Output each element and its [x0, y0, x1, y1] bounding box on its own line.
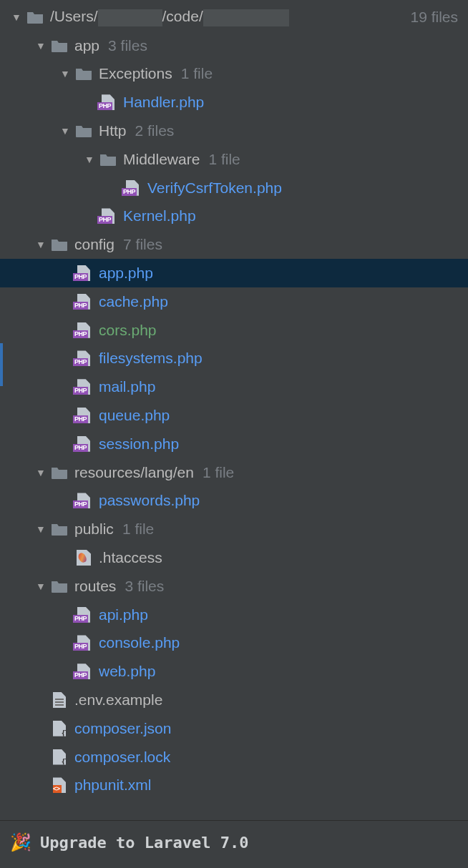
- chevron-down-icon[interactable]: [34, 239, 47, 250]
- file-count: 7 files: [123, 236, 162, 253]
- footer-text: Upgrade to Laravel 7.0: [40, 834, 248, 852]
- file-label: api.php: [99, 606, 148, 623]
- folder-middleware[interactable]: Middleware 1 file: [0, 145, 468, 174]
- file-label: cache.php: [99, 293, 168, 310]
- folder-label: Middleware: [123, 151, 200, 168]
- folder-icon: [74, 123, 93, 139]
- file-count: 1 file: [208, 151, 240, 168]
- json-file-icon: [50, 749, 69, 765]
- footer-banner[interactable]: 🎉 Upgrade to Laravel 7.0: [0, 821, 468, 868]
- file-label: composer.json: [74, 720, 171, 737]
- chevron-down-icon[interactable]: [34, 581, 47, 592]
- project-tree[interactable]: /Users//code/ 19 files app 3 files Excep…: [0, 0, 468, 816]
- file-label: console.php: [99, 634, 180, 651]
- folder-label: config: [74, 236, 114, 253]
- file-count: 2 files: [135, 122, 175, 139]
- chevron-down-icon[interactable]: [83, 154, 96, 165]
- file-count: 3 files: [108, 37, 147, 54]
- folder-app[interactable]: app 3 files: [0, 31, 468, 60]
- tree-root-row[interactable]: /Users//code/ 19 files: [0, 3, 468, 31]
- folder-label: app: [74, 37, 99, 54]
- file-composer-json[interactable]: composer.json: [0, 714, 468, 743]
- php-file-icon: PHP: [74, 436, 93, 452]
- file-label: session.php: [99, 435, 179, 453]
- htaccess-file-icon: [74, 550, 93, 566]
- php-file-icon: PHP: [123, 180, 142, 196]
- php-file-icon: PHP: [74, 350, 93, 366]
- file-composer-lock[interactable]: composer.lock: [0, 743, 468, 771]
- file-app-php[interactable]: PHP app.php: [0, 259, 468, 287]
- file-mail-php[interactable]: PHP mail.php: [0, 373, 468, 401]
- folder-icon: [50, 237, 69, 252]
- php-file-icon: PHP: [74, 379, 93, 395]
- file-session-php[interactable]: PHP session.php: [0, 430, 468, 458]
- file-env-example[interactable]: .env.example: [0, 686, 468, 714]
- file-passwords-php[interactable]: PHP passwords.php: [0, 487, 468, 516]
- file-filesystems-php[interactable]: PHP filesystems.php: [0, 345, 468, 373]
- file-label: app.php: [99, 265, 153, 282]
- folder-resources-lang-en[interactable]: resources/lang/en 1 file: [0, 458, 468, 487]
- file-count: 1 file: [122, 521, 154, 538]
- chevron-down-icon[interactable]: [59, 125, 72, 137]
- folder-icon: [26, 9, 44, 25]
- folder-label: Http: [99, 122, 127, 139]
- change-marker: [0, 343, 3, 386]
- php-file-icon: PHP: [74, 607, 93, 623]
- file-label: phpunit.xml: [74, 776, 151, 794]
- file-handler-php[interactable]: PHP Handler.php: [0, 88, 468, 117]
- file-label: queue.php: [99, 407, 170, 424]
- php-file-icon: PHP: [74, 294, 93, 310]
- file-cors-php[interactable]: PHP cors.php: [0, 316, 468, 345]
- file-label: cors.php: [99, 322, 157, 339]
- root-path: /Users//code/: [50, 8, 289, 26]
- chevron-down-icon[interactable]: [10, 11, 23, 23]
- party-popper-icon: 🎉: [10, 832, 31, 852]
- file-count: 3 files: [125, 578, 164, 595]
- file-phpunit-xml[interactable]: <> phpunit.xml: [0, 771, 468, 800]
- file-label: .htaccess: [99, 549, 162, 566]
- folder-http[interactable]: Http 2 files: [0, 117, 468, 145]
- folder-public[interactable]: public 1 file: [0, 515, 468, 543]
- php-file-icon: PHP: [99, 208, 117, 224]
- file-console-php[interactable]: PHP console.php: [0, 629, 468, 658]
- file-label: Handler.php: [123, 94, 204, 111]
- file-label: filesystems.php: [99, 350, 203, 367]
- root-file-count: 19 files: [410, 9, 458, 26]
- php-file-icon: PHP: [74, 408, 93, 423]
- text-file-icon: [50, 692, 69, 708]
- php-file-icon: PHP: [74, 493, 93, 508]
- php-file-icon: PHP: [74, 322, 93, 338]
- folder-icon: [50, 465, 69, 480]
- chevron-down-icon[interactable]: [34, 467, 47, 478]
- xml-file-icon: <>: [50, 777, 69, 793]
- php-file-icon: PHP: [99, 94, 117, 110]
- folder-exceptions[interactable]: Exceptions 1 file: [0, 60, 468, 89]
- file-verifycsrf-php[interactable]: PHP VerifyCsrfToken.php: [0, 174, 468, 202]
- folder-label: routes: [74, 578, 116, 595]
- folder-icon: [50, 578, 69, 594]
- folder-icon: [50, 521, 69, 537]
- php-file-icon: PHP: [74, 265, 93, 281]
- file-label: mail.php: [99, 378, 155, 395]
- php-file-icon: PHP: [74, 635, 93, 651]
- file-label: web.php: [99, 663, 155, 680]
- file-api-php[interactable]: PHP api.php: [0, 601, 468, 629]
- folder-label: public: [74, 521, 114, 538]
- file-kernel-php[interactable]: PHP Kernel.php: [0, 202, 468, 231]
- file-web-php[interactable]: PHP web.php: [0, 657, 468, 686]
- chevron-down-icon[interactable]: [34, 40, 47, 51]
- file-queue-php[interactable]: PHP queue.php: [0, 401, 468, 430]
- folder-label: Exceptions: [99, 65, 172, 82]
- folder-label: resources/lang/en: [74, 464, 194, 481]
- chevron-down-icon[interactable]: [59, 68, 72, 79]
- folder-icon: [50, 38, 69, 54]
- file-htaccess[interactable]: .htaccess: [0, 543, 468, 572]
- folder-routes[interactable]: routes 3 files: [0, 572, 468, 601]
- file-label: VerifyCsrfToken.php: [147, 179, 282, 197]
- chevron-down-icon[interactable]: [34, 523, 47, 535]
- folder-config[interactable]: config 7 files: [0, 230, 468, 259]
- file-cache-php[interactable]: PHP cache.php: [0, 287, 468, 316]
- file-label: composer.lock: [74, 749, 170, 766]
- file-label: passwords.php: [99, 492, 200, 509]
- folder-icon: [74, 66, 93, 82]
